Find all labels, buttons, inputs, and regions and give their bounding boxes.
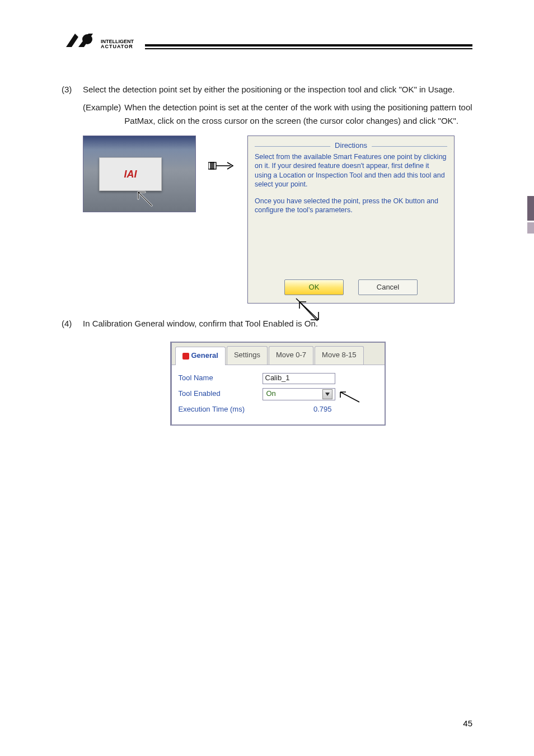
side-tab-dark <box>527 196 534 221</box>
header: INTELLIGENT ACTUATOR <box>62 34 472 49</box>
example-label: (Example) <box>83 101 124 128</box>
calibration-window: General Settings Move 0-7 Move 8-15 Tool… <box>170 342 386 426</box>
step-3: (3) Select the detection point set by ei… <box>62 83 472 96</box>
row-tool-enabled: Tool Enabled On <box>179 386 378 402</box>
label-exec-time: Execution Time (ms) <box>179 404 263 416</box>
step-4-text: In Calibration General window, confirm t… <box>83 317 472 330</box>
tab-general-label: General <box>191 351 218 360</box>
select-callout-arrow-icon <box>336 388 360 404</box>
content: (3) Select the detection point set by ei… <box>62 83 472 426</box>
tab-move815[interactable]: Move 8-15 <box>315 346 363 365</box>
tab-move815-label: Move 8-15 <box>322 351 356 359</box>
directions-panel: Directions Select from the available Sma… <box>247 136 455 304</box>
select-tool-enabled[interactable]: On <box>263 388 335 400</box>
row-tool-name: Tool Name Calib_1 <box>179 371 378 386</box>
ok-button[interactable]: OK <box>284 279 344 295</box>
svg-rect-5 <box>213 162 216 169</box>
label-tool-enabled: Tool Enabled <box>179 388 263 400</box>
header-rule <box>145 44 472 49</box>
brand-sub: ACTUATOR <box>101 44 134 49</box>
side-tab-light <box>527 222 534 234</box>
example-body: When the detection point is set at the c… <box>124 101 472 128</box>
step-3-example: (Example) When the detection point is se… <box>83 101 472 128</box>
svg-rect-4 <box>210 162 214 169</box>
tab-move07-label: Move 0-7 <box>276 351 306 359</box>
step-3-num: (3) <box>62 83 83 96</box>
page-number: 45 <box>463 718 472 728</box>
logo-text: INTELLIGENT ACTUATOR <box>101 39 134 49</box>
directions-para-2: Once you have selected the point, press … <box>255 197 447 215</box>
label-tool-name: Tool Name <box>179 372 263 384</box>
svg-rect-3 <box>208 162 212 169</box>
svg-marker-0 <box>62 34 78 47</box>
camera-cursor-arrow-icon <box>133 186 153 207</box>
step-3-text: Select the detection point set by either… <box>83 83 472 96</box>
mid-arrow-icon <box>208 136 235 211</box>
step-4: (4) In Calibration General window, confi… <box>62 317 472 330</box>
tab-move07[interactable]: Move 0-7 <box>269 346 313 365</box>
directions-buttons: OK Cancel <box>248 279 454 295</box>
cancel-button[interactable]: Cancel <box>358 279 418 295</box>
tab-settings[interactable]: Settings <box>227 346 268 365</box>
figure-1: IAI <box>83 136 472 304</box>
input-tool-name[interactable]: Calib_1 <box>263 373 335 384</box>
svg-point-2 <box>82 34 92 44</box>
tab-general-icon <box>182 353 189 360</box>
tab-settings-label: Settings <box>234 351 260 359</box>
page: INTELLIGENT ACTUATOR (3) Select the dete… <box>0 0 534 756</box>
value-tool-enabled: On <box>266 388 276 400</box>
tabs-row: General Settings Move 0-7 Move 8-15 <box>172 343 385 365</box>
directions-title: Directions <box>330 140 372 152</box>
step-4-num: (4) <box>62 317 83 330</box>
prop-grid: Tool Name Calib_1 Tool Enabled On <box>172 365 385 424</box>
tab-general[interactable]: General <box>175 347 226 365</box>
camera-view: IAI <box>83 136 196 212</box>
directions-para-1: Select from the available Smart Features… <box>255 152 447 189</box>
value-tool-name: Calib_1 <box>265 372 290 384</box>
value-exec-time: 0.795 <box>263 404 335 416</box>
chevron-down-icon <box>322 389 332 399</box>
svg-marker-7 <box>325 393 330 396</box>
camera-sticker: IAI <box>99 157 162 191</box>
ok-arrow-icon <box>289 295 317 321</box>
logo-mark-icon <box>62 34 95 49</box>
